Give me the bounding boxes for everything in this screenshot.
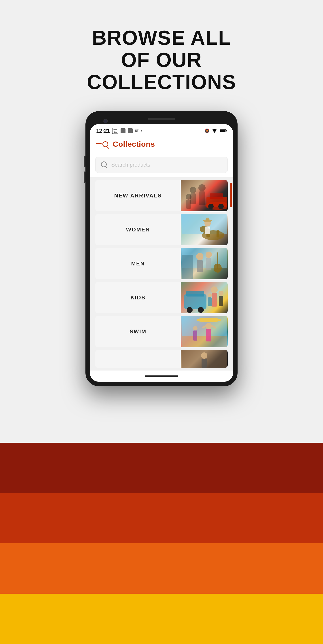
svg-point-49 xyxy=(193,326,198,330)
svg-rect-39 xyxy=(219,296,223,306)
collection-item-men[interactable]: MEN xyxy=(95,248,228,279)
svg-point-34 xyxy=(187,307,192,313)
stripe-2 xyxy=(0,493,323,544)
phone-camera xyxy=(103,119,108,124)
collection-label-new-arrivals: NEW ARRIVALS xyxy=(95,192,181,199)
volume-down xyxy=(84,172,86,183)
search-icon xyxy=(101,162,108,168)
svg-point-35 xyxy=(198,307,204,313)
collections-list: NEW ARRIVALS xyxy=(90,177,233,370)
search-bar[interactable]: Search products xyxy=(95,157,228,173)
svg-rect-53 xyxy=(202,359,207,368)
collection-label-swim: SWIM xyxy=(95,328,181,335)
search-bar-container: Search products xyxy=(90,152,233,177)
collection-item-kids[interactable]: KIDS xyxy=(95,282,228,313)
svg-point-0 xyxy=(214,132,215,133)
status-bar-left: 12:21 ▬▬ 31 M • xyxy=(96,128,142,134)
title-line-2: COLLECTIONS xyxy=(87,71,236,93)
status-dot: • xyxy=(140,128,142,134)
svg-rect-27 xyxy=(217,252,218,269)
svg-point-40 xyxy=(208,294,212,298)
collection-label-women: WOMEN xyxy=(95,226,181,233)
svg-rect-41 xyxy=(208,298,212,306)
menu-search-button[interactable] xyxy=(96,141,108,147)
hamburger-icon xyxy=(96,143,102,145)
svg-rect-31 xyxy=(206,258,212,270)
volume-up xyxy=(84,156,86,167)
collection-image-women xyxy=(181,214,228,245)
svg-point-36 xyxy=(211,286,218,293)
svg-point-28 xyxy=(196,253,203,260)
screen-scrollbar xyxy=(230,183,232,207)
collection-image-swim xyxy=(181,316,228,347)
collection-image-last xyxy=(181,350,228,368)
svg-rect-46 xyxy=(206,329,212,342)
svg-rect-18 xyxy=(216,230,219,238)
svg-rect-10 xyxy=(190,193,196,204)
svg-rect-43 xyxy=(182,336,226,347)
phone-mockup: 12:21 ▬▬ 31 M • 🔕 xyxy=(86,111,238,386)
stripe-3 xyxy=(0,544,323,594)
svg-point-7 xyxy=(208,204,214,209)
phone-speaker xyxy=(148,118,175,120)
bell-mute-icon: 🔕 xyxy=(204,128,209,133)
collection-image-new-arrivals xyxy=(181,180,228,211)
svg-rect-21 xyxy=(205,226,210,234)
phone-bottom-nav xyxy=(90,370,233,382)
collection-image-men xyxy=(181,248,228,279)
volume-buttons xyxy=(84,156,86,183)
svg-rect-3 xyxy=(220,130,225,132)
svg-rect-37 xyxy=(212,293,217,306)
svg-point-52 xyxy=(201,352,207,359)
svg-point-8 xyxy=(218,204,224,209)
svg-point-9 xyxy=(190,187,196,193)
svg-rect-12 xyxy=(199,192,205,205)
page-title: BROWSE ALL OF OUR COLLECTIONS xyxy=(76,27,246,93)
app-title: Collections xyxy=(113,140,155,148)
stripe-1 xyxy=(0,443,323,493)
svg-rect-29 xyxy=(197,260,203,272)
svg-rect-33 xyxy=(186,291,204,296)
stripe-4 xyxy=(0,594,323,644)
collection-item-swim[interactable]: SWIM xyxy=(95,316,228,347)
collection-item-women[interactable]: WOMEN xyxy=(95,214,228,245)
svg-point-44 xyxy=(196,318,221,322)
phone-screen: 12:21 ▬▬ 31 M • 🔕 xyxy=(90,124,233,382)
phone-speaker-bar xyxy=(90,116,233,122)
notification-icon-2 xyxy=(128,128,133,133)
svg-rect-23 xyxy=(206,218,209,222)
header-search-icon xyxy=(102,141,108,147)
collection-label-kids: KIDS xyxy=(95,294,181,301)
app-header: Collections xyxy=(90,136,233,152)
status-time: 12:21 xyxy=(96,128,110,134)
collection-image-kids xyxy=(181,282,228,313)
notification-icon-1 xyxy=(120,128,126,133)
home-indicator[interactable] xyxy=(145,376,178,377)
calendar-icon: ▬▬ 31 xyxy=(112,128,118,134)
svg-rect-6 xyxy=(210,194,223,199)
gmail-icon: M xyxy=(135,128,138,133)
svg-rect-50 xyxy=(193,330,197,340)
wifi-icon xyxy=(212,128,218,133)
status-bar: 12:21 ▬▬ 31 M • 🔕 xyxy=(90,124,233,136)
collection-label-men: MEN xyxy=(95,260,181,267)
svg-rect-2 xyxy=(226,130,226,132)
title-line-1: BROWSE ALL OF OUR xyxy=(92,26,231,71)
background-stripes xyxy=(0,443,323,644)
search-input[interactable]: Search products xyxy=(111,162,150,168)
svg-point-30 xyxy=(206,252,212,258)
battery-icon xyxy=(220,129,227,133)
svg-point-11 xyxy=(198,184,206,192)
collection-item-last[interactable] xyxy=(95,350,228,368)
phone-body: 12:21 ▬▬ 31 M • 🔕 xyxy=(86,111,238,386)
svg-rect-25 xyxy=(182,255,193,279)
collection-item-new-arrivals[interactable]: NEW ARRIVALS xyxy=(95,180,228,211)
svg-point-13 xyxy=(186,194,192,200)
svg-point-38 xyxy=(218,291,224,296)
status-bar-right: 🔕 xyxy=(204,128,227,133)
svg-rect-14 xyxy=(186,200,191,209)
